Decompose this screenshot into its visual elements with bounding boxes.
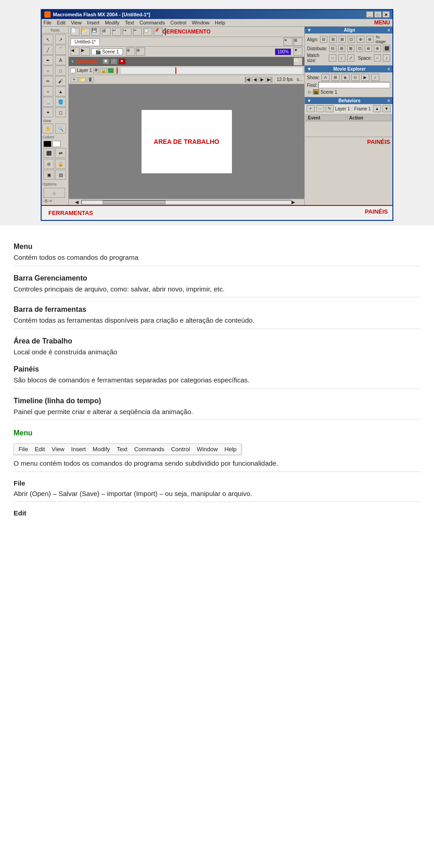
mgmt-new[interactable]: 📄 <box>71 28 80 36</box>
match-h[interactable]: ↕ <box>338 54 345 62</box>
close-button[interactable]: ✕ <box>382 11 390 18</box>
layer-outline[interactable]: □ <box>108 68 114 73</box>
tool-pen[interactable]: ✒ <box>42 55 53 65</box>
mgmt-copy[interactable]: 📋 <box>143 28 152 36</box>
mgmt-paste[interactable]: 📌 <box>154 28 163 36</box>
nav-forward[interactable]: ▶ <box>81 48 90 56</box>
align-bottom[interactable]: ⊗ <box>366 36 373 43</box>
fill-color-swatch[interactable] <box>52 141 61 147</box>
tool-ink-bottle[interactable]: 🍶 <box>42 97 53 107</box>
align-panel-menu[interactable]: ≡ <box>387 28 390 33</box>
tool-zoom[interactable]: 🔍 <box>55 124 66 134</box>
menu-commands[interactable]: Commands <box>139 20 165 25</box>
layer-checkbox[interactable] <box>70 68 75 73</box>
layer-lock[interactable]: 🔒 <box>100 68 107 73</box>
align-top[interactable]: ⊡ <box>348 36 355 43</box>
mgmt-undo[interactable]: ↩ <box>112 28 121 36</box>
beh-remove[interactable]: - <box>316 105 324 112</box>
play-back[interactable]: |◀ <box>245 77 251 82</box>
black-white-button[interactable]: ⬛ <box>43 148 54 158</box>
show-btn-icon[interactable]: ⊞ <box>331 74 340 81</box>
align-panel-header[interactable]: ▼ Align ≡ <box>305 27 392 33</box>
tool-line[interactable]: ╱ <box>42 45 53 55</box>
step-forward[interactable]: ▶| <box>266 77 273 82</box>
add-folder[interactable]: 📁 <box>79 77 86 82</box>
menu-text[interactable]: Text <box>125 20 134 25</box>
scroll-thumb[interactable] <box>103 200 165 204</box>
zoom-dropdown[interactable]: ▼ <box>293 48 302 56</box>
dist-center-h[interactable]: ⊕ <box>365 45 372 52</box>
dist-top[interactable]: ⊡ <box>356 45 363 52</box>
match-both[interactable]: ⤢ <box>347 54 354 62</box>
color-lock-btn[interactable]: 🔒 <box>55 159 66 169</box>
tl-collapse-btn[interactable]: M₁ <box>293 57 302 66</box>
tool-hand[interactable]: ✋ <box>42 124 53 134</box>
tl-btn3[interactable]: ■ <box>118 58 126 65</box>
menu-window[interactable]: Window <box>192 20 209 25</box>
beh-panel-menu[interactable]: ≡ <box>387 98 390 103</box>
space-v[interactable]: ↕ <box>383 54 390 62</box>
minimize-button[interactable]: _ <box>366 11 373 18</box>
show-text-icon[interactable]: A <box>321 74 330 81</box>
find-input[interactable] <box>318 82 390 88</box>
scene-button[interactable]: 🎬 Scene 1 <box>91 48 123 55</box>
antialias-btn[interactable]: ⊗ <box>136 48 145 56</box>
menu-file[interactable]: File <box>43 20 52 25</box>
menu-view[interactable]: View <box>71 20 82 25</box>
dist-left[interactable]: ⊟ <box>329 45 336 52</box>
beh-add[interactable]: + <box>307 105 315 112</box>
tool-rect[interactable]: □ <box>55 66 66 76</box>
mgmt-save[interactable]: 💾 <box>91 28 100 36</box>
tool-eyedropper[interactable]: ✦ <box>42 107 53 117</box>
show-video-icon[interactable]: ▶ <box>361 74 369 81</box>
h-scrollbar[interactable]: ◀ ▶ <box>69 199 304 205</box>
show-sound-icon[interactable]: ♪ <box>371 74 379 81</box>
step-back[interactable]: ◀ <box>252 77 258 82</box>
show-action-icon[interactable]: ⊙ <box>351 74 359 81</box>
tool-lasso[interactable]: ⌒ <box>55 45 66 55</box>
dist-right[interactable]: ⊠ <box>347 45 354 52</box>
tab-untitled[interactable]: Untitled-1* <box>71 38 100 45</box>
menu-edit[interactable]: Edit <box>57 20 66 25</box>
options-snap[interactable]: ⌂ <box>43 188 65 198</box>
maximize-button[interactable]: □ <box>374 11 382 18</box>
beh-edit[interactable]: ✎ <box>326 105 334 112</box>
tool-oval[interactable]: ○ <box>42 66 53 76</box>
delete-layer[interactable]: 🗑 <box>87 77 94 82</box>
space-h[interactable]: ↔ <box>374 54 381 62</box>
mgmt-cut[interactable]: ✂ <box>133 28 142 36</box>
menu-control[interactable]: Control <box>170 20 186 25</box>
align-left[interactable]: ⊟ <box>320 36 327 43</box>
tool-freeform[interactable]: ⌁ <box>42 86 53 96</box>
dist-bottom[interactable]: ⊗ <box>374 45 381 52</box>
scroll-right[interactable]: ▶ <box>292 200 298 205</box>
zoom-selector[interactable]: 100% <box>275 48 291 55</box>
dist-center-v[interactable]: ⊞ <box>338 45 345 52</box>
timeline-collapse[interactable]: ▼ <box>71 59 75 64</box>
align-right[interactable]: ⊠ <box>339 36 346 43</box>
window-controls[interactable]: _ □ ✕ <box>366 11 390 18</box>
add-layer[interactable]: + <box>71 77 78 82</box>
snap-btn[interactable]: ⊕ <box>126 48 135 56</box>
mgmt-open[interactable]: 📂 <box>81 28 90 36</box>
tool-arrow[interactable]: ↖ <box>42 34 53 44</box>
tool-fill[interactable]: ▲ <box>55 86 66 96</box>
menu-help[interactable]: Help <box>215 20 225 25</box>
match-w[interactable]: ↔ <box>329 54 336 62</box>
beh-down[interactable]: ▼ <box>382 105 391 112</box>
align-center-h[interactable]: ⊕ <box>357 36 364 43</box>
tool-eraser[interactable]: ◻ <box>55 107 66 117</box>
mgmt-print[interactable]: 🖨 <box>102 28 111 36</box>
tool-paint-bucket[interactable]: 🪣 <box>55 97 66 107</box>
tool-brush[interactable]: 🖌 <box>55 76 66 86</box>
behaviors-header[interactable]: ▼ Behaviors ≡ <box>305 97 392 104</box>
tool-subselect[interactable]: ↗ <box>55 34 66 44</box>
color-none-btn[interactable]: ⊘ <box>43 159 54 169</box>
tl-btn1[interactable]: ▣ <box>102 58 109 65</box>
to-stage-icon[interactable]: ⬛ <box>383 45 390 52</box>
mgmt-redo[interactable]: ↪ <box>123 28 132 36</box>
tool-text[interactable]: A <box>55 55 66 65</box>
play-btn[interactable]: ▶ <box>259 77 265 82</box>
tl-btn2[interactable]: ○ <box>110 58 118 65</box>
color-btn1[interactable]: ▣ <box>43 170 54 180</box>
